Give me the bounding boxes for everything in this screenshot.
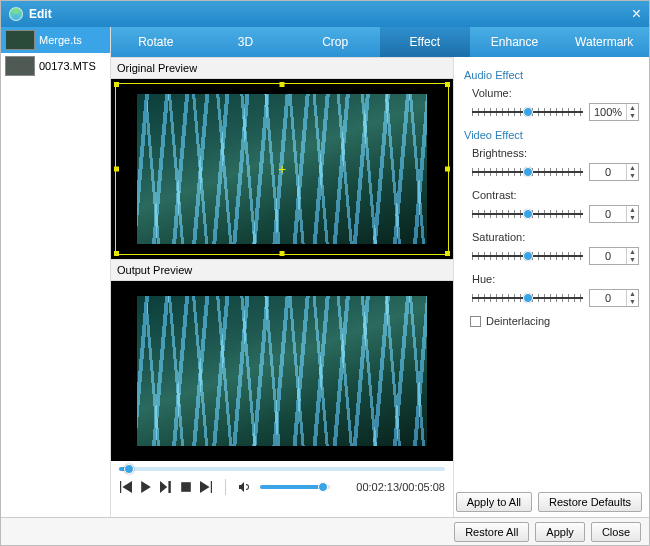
- brightness-value-box[interactable]: 0 ▲▼: [589, 163, 639, 181]
- tab-effect[interactable]: Effect: [380, 27, 470, 57]
- spinner-up-icon[interactable]: ▲: [627, 206, 638, 214]
- brightness-label: Brightness:: [464, 147, 639, 159]
- file-label: Merge.ts: [39, 34, 82, 46]
- tab-watermark[interactable]: Watermark: [559, 27, 649, 57]
- titlebar: Edit ×: [1, 1, 649, 27]
- hue-label: Hue:: [464, 273, 639, 285]
- original-preview[interactable]: +: [111, 79, 453, 259]
- saturation-slider[interactable]: [472, 250, 583, 262]
- tab-crop[interactable]: Crop: [290, 27, 380, 57]
- volume-slider[interactable]: [260, 485, 330, 489]
- file-item-merge[interactable]: Merge.ts: [1, 27, 110, 53]
- seek-bar[interactable]: [111, 461, 453, 473]
- play-button[interactable]: [139, 480, 153, 494]
- video-effect-heading: Video Effect: [464, 129, 639, 141]
- volume-effect-slider[interactable]: [472, 106, 583, 118]
- close-icon[interactable]: ×: [632, 7, 641, 21]
- playback-controls: 00:02:13/00:05:08: [111, 473, 453, 499]
- spinner-down-icon[interactable]: ▼: [627, 214, 638, 222]
- svg-rect-0: [181, 482, 191, 492]
- restore-defaults-button[interactable]: Restore Defaults: [538, 492, 642, 512]
- volume-icon[interactable]: [238, 480, 252, 494]
- file-item-00173[interactable]: 00173.MTS: [1, 53, 110, 79]
- file-thumb: [5, 30, 35, 50]
- file-thumb: [5, 56, 35, 76]
- close-button[interactable]: Close: [591, 522, 641, 542]
- output-preview-label: Output Preview: [111, 259, 453, 281]
- spinner-down-icon[interactable]: ▼: [627, 112, 638, 120]
- contrast-slider[interactable]: [472, 208, 583, 220]
- hue-slider[interactable]: [472, 292, 583, 304]
- hue-value-box[interactable]: 0 ▲▼: [589, 289, 639, 307]
- tab-enhance[interactable]: Enhance: [470, 27, 560, 57]
- original-preview-label: Original Preview: [111, 57, 453, 79]
- saturation-label: Saturation:: [464, 231, 639, 243]
- preview-column: Original Preview + Output: [111, 57, 454, 517]
- spinner-down-icon[interactable]: ▼: [627, 172, 638, 180]
- spinner-down-icon[interactable]: ▼: [627, 256, 638, 264]
- window-title: Edit: [29, 7, 52, 21]
- brightness-slider[interactable]: [472, 166, 583, 178]
- deinterlacing-label: Deinterlacing: [486, 315, 550, 327]
- footer: Restore All Apply Close: [1, 517, 649, 545]
- apply-button[interactable]: Apply: [535, 522, 585, 542]
- audio-effect-heading: Audio Effect: [464, 69, 639, 81]
- deinterlacing-checkbox[interactable]: [470, 316, 481, 327]
- file-sidebar: Merge.ts 00173.MTS: [1, 27, 111, 517]
- stop-button[interactable]: [179, 480, 193, 494]
- tab-rotate[interactable]: Rotate: [111, 27, 201, 57]
- spinner-up-icon[interactable]: ▲: [627, 290, 638, 298]
- saturation-value-box[interactable]: 0 ▲▼: [589, 247, 639, 265]
- volume-value-box[interactable]: 100% ▲▼: [589, 103, 639, 121]
- spinner-down-icon[interactable]: ▼: [627, 298, 638, 306]
- output-preview: [111, 281, 453, 461]
- next-frame-button[interactable]: [159, 480, 173, 494]
- app-icon: [9, 7, 23, 21]
- prev-button[interactable]: [119, 480, 133, 494]
- effects-panel: Audio Effect Volume: 100% ▲▼ Video Effec…: [454, 57, 649, 517]
- volume-label: Volume:: [464, 87, 639, 99]
- spinner-up-icon[interactable]: ▲: [627, 164, 638, 172]
- file-label: 00173.MTS: [39, 60, 96, 72]
- tab-bar: Rotate 3D Crop Effect Enhance Watermark: [111, 27, 649, 57]
- next-button[interactable]: [199, 480, 213, 494]
- spinner-up-icon[interactable]: ▲: [627, 104, 638, 112]
- spinner-up-icon[interactable]: ▲: [627, 248, 638, 256]
- restore-all-button[interactable]: Restore All: [454, 522, 529, 542]
- tab-3d[interactable]: 3D: [201, 27, 291, 57]
- contrast-label: Contrast:: [464, 189, 639, 201]
- contrast-value-box[interactable]: 0 ▲▼: [589, 205, 639, 223]
- time-display: 00:02:13/00:05:08: [356, 481, 445, 493]
- apply-to-all-button[interactable]: Apply to All: [456, 492, 532, 512]
